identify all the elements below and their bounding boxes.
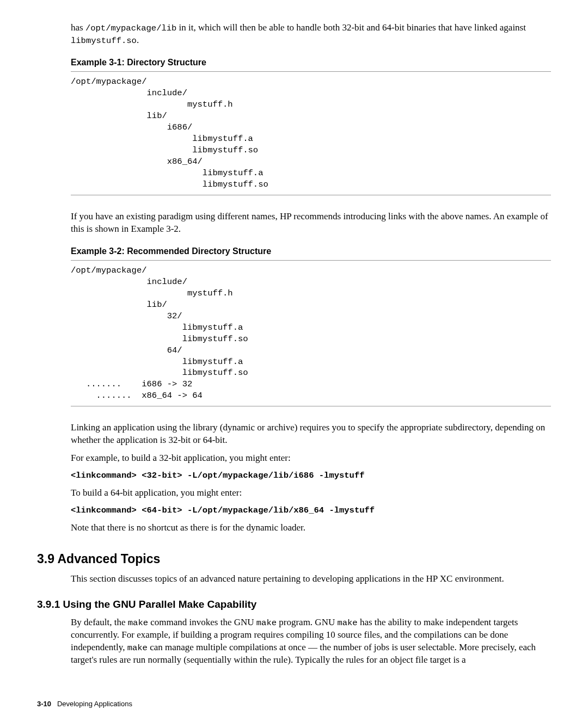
text: By default, the bbox=[71, 617, 128, 627]
section-3-9-1-paragraph: By default, the make command invokes the… bbox=[71, 616, 551, 667]
example-3-1-title: Example 3-1: Directory Structure bbox=[71, 57, 551, 69]
section-3-9-1-heading: 3.9.1 Using the GNU Parallel Make Capabi… bbox=[37, 597, 551, 612]
example-64bit-text: To build a 64-bit application, you might… bbox=[71, 487, 551, 499]
code: make bbox=[337, 618, 357, 628]
section-3-9-paragraph: This section discusses topics of an adva… bbox=[71, 573, 551, 585]
text: command invokes the GNU bbox=[148, 617, 256, 627]
command-64bit: <linkcommand> <64-bit> -L/opt/mypackage/… bbox=[71, 505, 551, 516]
page-number: 3-10 bbox=[37, 700, 51, 708]
text: has bbox=[71, 22, 85, 33]
note-shortcut: Note that there is no shortcut as there … bbox=[71, 522, 551, 534]
example-3-1-box: /opt/mypackage/ include/ mystuff.h lib/ … bbox=[71, 71, 551, 195]
section-3-9-heading: 3.9 Advanced Topics bbox=[37, 551, 551, 567]
text: program. GNU bbox=[277, 617, 337, 627]
example-3-2-box: /opt/mypackage/ include/ mystuff.h lib/ … bbox=[71, 260, 551, 406]
rule bbox=[71, 406, 551, 406]
rule bbox=[71, 195, 551, 195]
text: . bbox=[137, 35, 139, 45]
footer-label: Developing Applications bbox=[57, 700, 132, 708]
rule bbox=[71, 260, 551, 261]
code: libmystuff.so bbox=[71, 36, 137, 46]
text: in it, which will then be able to handle… bbox=[176, 22, 526, 33]
example-3-2-title: Example 3-2: Recommended Directory Struc… bbox=[71, 245, 551, 257]
between-paragraph: If you have an existing paradigm using d… bbox=[71, 211, 551, 236]
intro-paragraph: has /opt/mypackage/lib in it, which will… bbox=[71, 22, 551, 47]
example-3-2-code: /opt/mypackage/ include/ mystuff.h lib/ … bbox=[71, 265, 551, 402]
example-32bit-text: For example, to build a 32-bit applicati… bbox=[71, 452, 551, 465]
page-footer: 3-10 Developing Applications bbox=[37, 699, 551, 709]
rule bbox=[71, 71, 551, 72]
code: make bbox=[128, 618, 148, 628]
command-32bit: <linkcommand> <32-bit> -L/opt/mypackage/… bbox=[71, 470, 551, 482]
code: make bbox=[127, 643, 148, 653]
code: make bbox=[256, 618, 277, 628]
code: /opt/mypackage/lib bbox=[85, 23, 176, 33]
example-3-1-code: /opt/mypackage/ include/ mystuff.h lib/ … bbox=[71, 76, 551, 190]
linking-paragraph: Linking an application using the library… bbox=[71, 422, 551, 447]
